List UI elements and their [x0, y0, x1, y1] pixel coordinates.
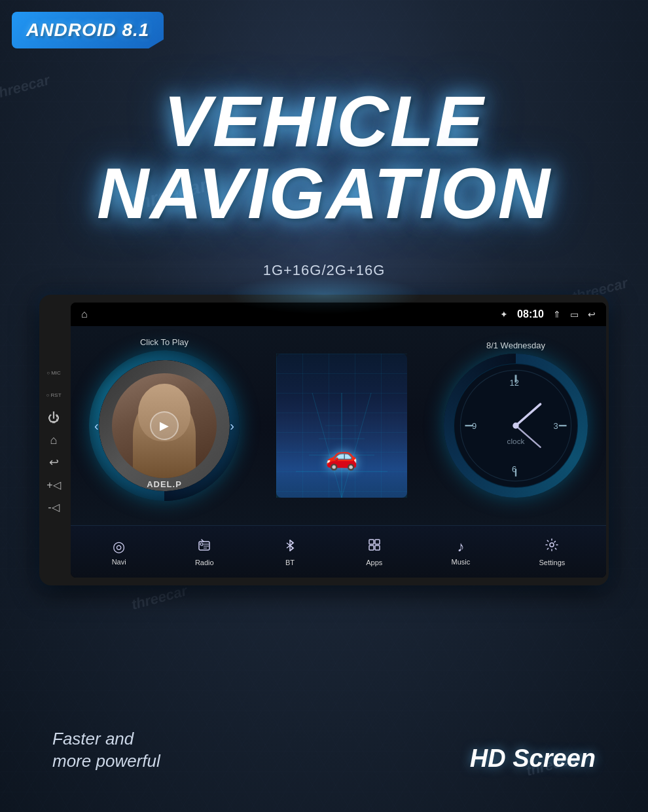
- next-track-button[interactable]: ›: [230, 418, 234, 434]
- music-ring-inner: ▶: [99, 360, 230, 491]
- bluetooth-icon: ✦: [500, 309, 508, 320]
- rst-indicator: ○ RST: [43, 385, 64, 406]
- svg-point-19: [513, 422, 518, 428]
- mic-label: ○ MIC: [46, 371, 61, 376]
- volume-up-button[interactable]: +◁: [43, 474, 64, 495]
- apps-label: Apps: [366, 559, 382, 566]
- apps-icon: [367, 538, 382, 556]
- home-side-button[interactable]: ⌂: [43, 430, 64, 451]
- screen-bottom-nav: ◎ Navi Radio: [71, 525, 606, 578]
- car-radio-device: ○ MIC ○ RST ⏻ ⌂ ↩ +◁ -◁ ⌂ ✦ 0: [39, 295, 609, 585]
- volume-down-button[interactable]: -◁: [43, 496, 64, 517]
- click-to-play-label: Click To Play: [89, 337, 240, 347]
- nav-music[interactable]: ♪ Music: [452, 538, 471, 566]
- road-visualization: 🚗: [276, 354, 407, 498]
- main-title: VEHICLE NAVIGATION: [0, 85, 648, 229]
- bottom-right-text: HD Screen: [470, 745, 596, 773]
- nav-navi[interactable]: ◎ Navi: [112, 538, 126, 566]
- svg-text:9: 9: [472, 421, 477, 431]
- power-button[interactable]: ⏻: [43, 407, 64, 428]
- signal-icon: ⇑: [553, 309, 561, 320]
- android-badge: ANDROID 8.1: [12, 12, 164, 48]
- settings-icon: [545, 538, 559, 556]
- back-side-button[interactable]: ↩: [43, 452, 64, 473]
- mic-indicator: ○ MIC: [43, 363, 64, 384]
- topbar-home-icon[interactable]: ⌂: [81, 308, 88, 320]
- artist-label: ADEL.P: [89, 479, 240, 489]
- svg-point-21: [200, 543, 203, 545]
- settings-label: Settings: [539, 559, 566, 566]
- car-screen: ⌂ ✦ 08:10 ⇑ ▭ ↩ Click To Play: [71, 303, 606, 578]
- topbar-status-icons: ✦ 08:10 ⇑ ▭ ↩: [500, 308, 596, 320]
- svg-text:3: 3: [554, 421, 558, 431]
- rst-label: ○ RST: [46, 393, 61, 398]
- svg-point-30: [550, 543, 554, 547]
- album-art: ▶: [99, 360, 230, 491]
- nav-radio[interactable]: Radio: [195, 538, 214, 566]
- clock-svg: 12 3 6 9 clock: [454, 364, 577, 487]
- bottom-left-line1: Faster and: [52, 729, 134, 748]
- bottom-left-line2: more powerful: [52, 751, 160, 771]
- window-icon: ▭: [570, 309, 579, 320]
- play-icon: ▶: [160, 418, 169, 433]
- svg-rect-26: [369, 540, 374, 544]
- nav-bt[interactable]: BT: [283, 538, 297, 566]
- android-badge-text: ANDROID 8.1: [26, 20, 149, 40]
- svg-text:12: 12: [509, 378, 518, 388]
- radio-label: Radio: [195, 559, 214, 566]
- radio-icon: [197, 538, 211, 556]
- svg-rect-27: [375, 540, 380, 544]
- bt-label: BT: [285, 559, 295, 566]
- navi-label: Navi: [112, 558, 126, 566]
- date-display: 8/1 Wednesday: [444, 341, 588, 350]
- device-wrapper: ○ MIC ○ RST ⏻ ⌂ ↩ +◁ -◁ ⌂ ✦ 0: [39, 295, 609, 585]
- clock-display: 08:10: [517, 308, 544, 320]
- music-label-nav: Music: [452, 558, 471, 566]
- bottom-left-text: Faster and more powerful: [52, 728, 160, 773]
- left-button-strip: ○ MIC ○ RST ⏻ ⌂ ↩ +◁ -◁: [39, 358, 68, 523]
- road-svg: [276, 354, 407, 498]
- nav-apps[interactable]: Apps: [366, 538, 382, 566]
- music-icon: ♪: [457, 538, 464, 555]
- music-widget[interactable]: ▶ ‹ › ADEL.P: [89, 350, 240, 501]
- svg-text:clock: clock: [507, 437, 525, 445]
- hero-line1: VEHICLE: [0, 85, 648, 157]
- car-icon: 🚗: [325, 441, 358, 471]
- screen-topbar: ⌂ ✦ 08:10 ⇑ ▭ ↩: [71, 303, 606, 326]
- nav-settings[interactable]: Settings: [539, 538, 566, 566]
- svg-text:6: 6: [512, 464, 516, 474]
- navi-icon: ◎: [113, 538, 125, 555]
- clock-face: 12 3 6 9 clock: [454, 363, 578, 488]
- bt-icon: [283, 538, 297, 556]
- screen-main-content: Click To Play ▶: [71, 326, 606, 525]
- svg-rect-29: [375, 545, 380, 550]
- play-button[interactable]: ▶: [150, 411, 179, 440]
- clock-widget: 12 3 6 9 clock: [444, 354, 588, 498]
- hero-line2: NAVIGATION: [0, 157, 648, 229]
- back-icon[interactable]: ↩: [588, 309, 596, 320]
- prev-track-button[interactable]: ‹: [94, 418, 99, 434]
- svg-rect-28: [369, 545, 374, 550]
- svg-line-17: [516, 404, 541, 426]
